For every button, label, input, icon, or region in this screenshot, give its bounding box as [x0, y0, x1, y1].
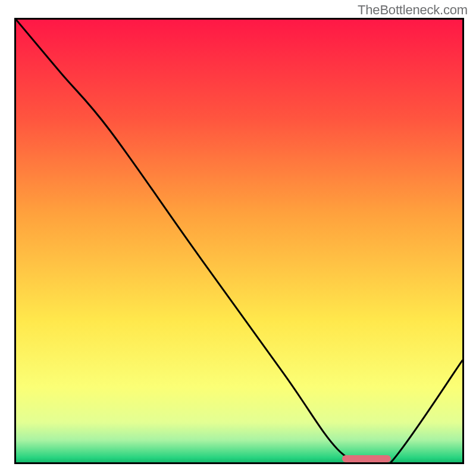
watermark-text: TheBottleneck.com — [358, 2, 468, 18]
chart-stage: TheBottleneck.com — [0, 0, 476, 476]
plot-area — [14, 18, 464, 464]
bottleneck-curve — [16, 20, 462, 462]
optimum-range-marker — [342, 455, 392, 462]
